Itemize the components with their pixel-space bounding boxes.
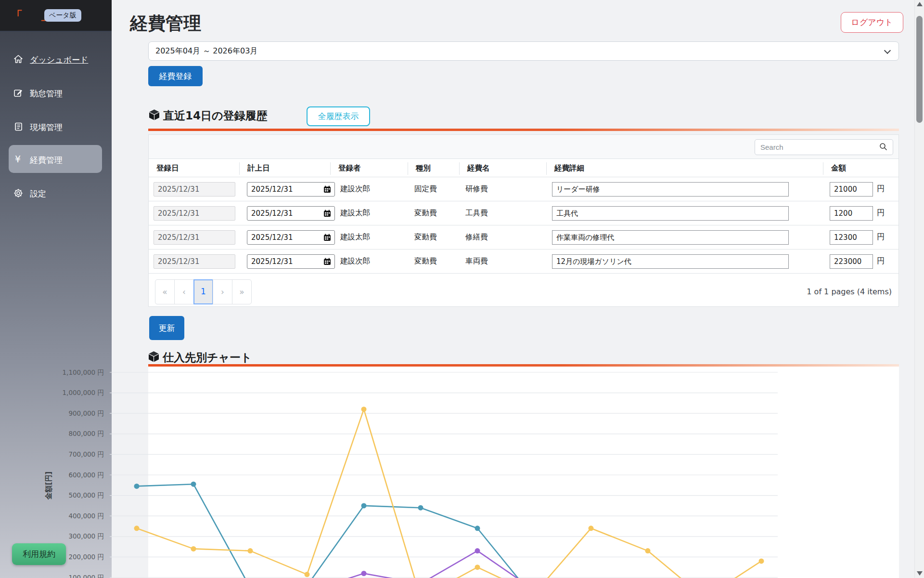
registrant-cell: 建設次郎 bbox=[340, 256, 370, 266]
yen-unit-label: 円 bbox=[877, 208, 885, 218]
expense-detail-input[interactable] bbox=[552, 254, 789, 269]
sidebar-item-settings[interactable]: 設定 bbox=[0, 187, 112, 208]
history-section-title: 直近14日の登録履歴 bbox=[163, 108, 268, 123]
date-value: 2025/12/31 bbox=[251, 257, 293, 266]
amount-input[interactable] bbox=[830, 230, 873, 245]
calendar-icon bbox=[323, 234, 331, 241]
update-button[interactable]: 更新 bbox=[149, 316, 184, 340]
beta-badge: ベータ版 bbox=[44, 9, 81, 22]
period-select[interactable]: 2025年04月 ～ 2026年03月 bbox=[148, 41, 899, 61]
amount-input[interactable] bbox=[830, 182, 873, 197]
search-icon bbox=[879, 145, 887, 152]
expense-name-cell: 工具費 bbox=[465, 208, 488, 218]
pagination-last-button[interactable]: » bbox=[232, 279, 252, 304]
registrant-cell: 建設太郎 bbox=[340, 232, 370, 242]
calendar-icon bbox=[323, 185, 331, 193]
column-header: 金額 bbox=[823, 162, 898, 175]
amount-input[interactable] bbox=[830, 206, 873, 221]
category-cell: 固定費 bbox=[414, 184, 437, 194]
table-row: 2025/12/31 建設太郎 変動費 修繕費 円 bbox=[149, 225, 898, 250]
svg-text:900,000 円: 900,000 円 bbox=[68, 409, 104, 417]
registrant-cell: 建設次郎 bbox=[340, 184, 370, 194]
history-table-card: 登録日 計上日 登録者 種別 経費名 経費詳細 金額 2025/12/31 建設… bbox=[148, 134, 899, 307]
period-select-value: 2025年04月 ～ 2026年03月 bbox=[155, 46, 257, 55]
gear-icon bbox=[13, 188, 23, 198]
sidebar-item-label: 勤怠管理 bbox=[30, 88, 63, 99]
table-row: 2025/12/31 建設次郎 固定費 研修費 円 bbox=[149, 177, 898, 201]
show-all-history-button[interactable]: 全履歴表示 bbox=[307, 106, 370, 126]
svg-text:400,000 円: 400,000 円 bbox=[68, 512, 104, 520]
column-header: 計上日 bbox=[239, 162, 330, 175]
svg-text:300,000 円: 300,000 円 bbox=[68, 532, 104, 540]
register-expense-button[interactable]: 経費登録 bbox=[148, 66, 203, 86]
yen-unit-label: 円 bbox=[877, 232, 885, 242]
calendar-icon bbox=[323, 210, 331, 217]
svg-text:200,000 円: 200,000 円 bbox=[68, 553, 104, 561]
page-scrollbar[interactable] bbox=[914, 0, 924, 578]
accounting-date-input[interactable]: 2025/12/31 bbox=[247, 230, 335, 245]
svg-text:500,000 円: 500,000 円 bbox=[68, 491, 104, 499]
cube-icon bbox=[148, 109, 160, 121]
column-header: 登録日 bbox=[149, 162, 239, 175]
svg-text:600,000 円: 600,000 円 bbox=[68, 471, 104, 479]
yen-unit-label: 円 bbox=[877, 184, 885, 194]
expense-name-cell: 研修費 bbox=[465, 184, 488, 194]
sidebar-item-expense[interactable]: ¥ 経費管理 bbox=[0, 153, 112, 174]
amount-input[interactable] bbox=[830, 254, 873, 269]
search-input[interactable] bbox=[755, 139, 874, 155]
pagination-next-button[interactable]: › bbox=[213, 279, 232, 304]
expense-detail-input[interactable] bbox=[552, 230, 789, 245]
svg-text:1,100,000 円: 1,100,000 円 bbox=[63, 368, 104, 376]
svg-text:金額[円]: 金額[円] bbox=[44, 472, 53, 500]
yen-unit-label: 円 bbox=[877, 256, 885, 266]
column-header: 種別 bbox=[408, 162, 459, 175]
category-cell: 変動費 bbox=[414, 208, 437, 218]
chevron-down-icon bbox=[884, 47, 891, 54]
category-cell: 変動費 bbox=[414, 256, 437, 266]
registered-date-input[interactable] bbox=[154, 230, 235, 245]
svg-text:800,000 円: 800,000 円 bbox=[68, 430, 104, 437]
table-row: 2025/12/31 建設太郎 変動費 工具費 円 bbox=[149, 201, 898, 225]
registrant-cell: 建設太郎 bbox=[340, 208, 370, 218]
page-title: 経費管理 bbox=[130, 12, 201, 36]
accounting-date-input[interactable]: 2025/12/31 bbox=[247, 254, 335, 269]
sidebar-item-label: ダッシュボード bbox=[30, 54, 88, 66]
sidebar-item-site[interactable]: 現場管理 bbox=[0, 120, 112, 142]
sidebar-item-label: 経費管理 bbox=[30, 155, 63, 166]
sidebar-item-dashboard[interactable]: ダッシュボード bbox=[0, 53, 112, 74]
scroll-up-arrow-icon[interactable] bbox=[917, 2, 923, 6]
table-header-row: 登録日 計上日 登録者 種別 経費名 経費詳細 金額 bbox=[149, 159, 898, 177]
expense-name-cell: 車両費 bbox=[465, 256, 488, 266]
expense-detail-input[interactable] bbox=[552, 206, 789, 221]
accounting-date-input[interactable]: 2025/12/31 bbox=[247, 206, 335, 221]
registered-date-input[interactable] bbox=[154, 254, 235, 269]
pagination-prev-button[interactable]: ‹ bbox=[174, 279, 194, 304]
yen-icon: ¥ bbox=[15, 154, 25, 163]
expense-detail-input[interactable] bbox=[552, 182, 789, 197]
sidebar-item-attendance[interactable]: 勤怠管理 bbox=[0, 87, 112, 108]
logout-button[interactable]: ログアウト bbox=[841, 12, 903, 33]
section-divider bbox=[148, 129, 899, 131]
sidebar-item-label: 現場管理 bbox=[30, 122, 63, 133]
svg-text:1,000,000 円: 1,000,000 円 bbox=[63, 389, 104, 396]
pagination: « ‹ 1 › » bbox=[155, 279, 252, 304]
search-button[interactable] bbox=[874, 139, 893, 155]
scroll-down-arrow-icon[interactable] bbox=[917, 571, 923, 576]
cube-icon bbox=[148, 351, 160, 363]
registered-date-input[interactable] bbox=[154, 182, 235, 197]
journal-icon bbox=[13, 122, 23, 131]
pagination-page-1[interactable]: 1 bbox=[193, 279, 213, 304]
registered-date-input[interactable] bbox=[154, 206, 235, 221]
pencil-square-icon bbox=[13, 88, 23, 98]
svg-text:100,000 円: 100,000 円 bbox=[68, 574, 104, 578]
accounting-date-input[interactable]: 2025/12/31 bbox=[247, 182, 335, 197]
svg-text:700,000 円: 700,000 円 bbox=[68, 450, 104, 458]
calendar-icon bbox=[323, 258, 331, 265]
pagination-first-button[interactable]: « bbox=[155, 279, 175, 304]
expense-name-cell: 修繕費 bbox=[465, 232, 488, 242]
column-header: 経費詳細 bbox=[546, 162, 823, 175]
sidebar-item-label: 設定 bbox=[30, 188, 46, 199]
table-toolbar bbox=[149, 135, 898, 159]
date-value: 2025/12/31 bbox=[251, 233, 293, 242]
scrollbar-thumb[interactable] bbox=[916, 16, 923, 123]
